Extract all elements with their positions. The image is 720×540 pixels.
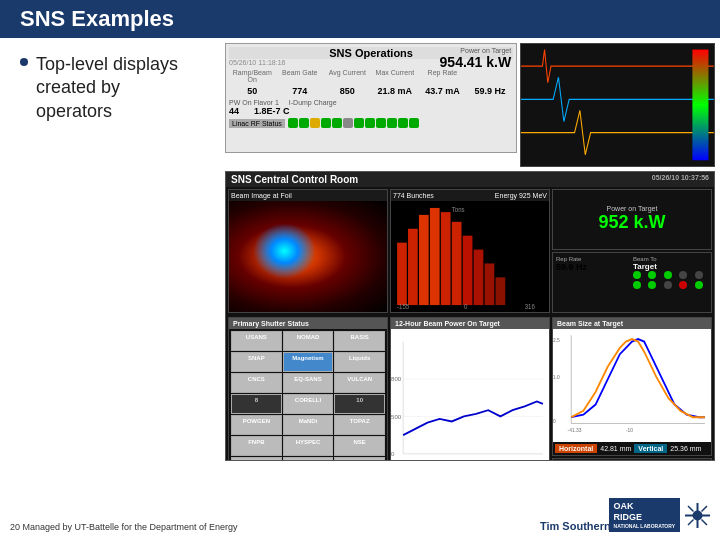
ccr-header: SNS Central Control Room 05/26/10 10:37:… <box>226 172 714 187</box>
or-line2: RIDGE <box>614 512 675 523</box>
rf-indicator <box>288 118 298 128</box>
vertical-measurement: Vertical 25.36 mm <box>633 443 701 454</box>
svg-rect-5 <box>419 215 429 305</box>
target-dot <box>648 271 656 279</box>
svg-line-42 <box>688 506 694 512</box>
rf-indicator <box>332 118 342 128</box>
power-value: 954.41 k.W <box>440 54 512 70</box>
beam-image-target-label: Beam Image at Target <box>553 459 711 461</box>
pot-value: 952 k.W <box>598 212 665 233</box>
page-header: SNS Examples <box>0 0 720 38</box>
shutter-grid: USANS NOMAD BASIS SNAP Magnetism Liquids… <box>229 329 387 461</box>
target-dot <box>695 271 703 279</box>
beam-image-target-panel: Beam Image at Target <box>552 458 712 461</box>
bunches-label: 774 Bunches <box>393 192 434 199</box>
rf-indicator <box>310 118 320 128</box>
shutter-item: POWGEN <box>231 415 282 435</box>
svg-rect-11 <box>485 263 495 305</box>
beam-size-chart: 2.5 1.0 0 -41.33 -10 10 <box>553 329 711 442</box>
rf-indicator <box>343 118 353 128</box>
svg-text:-41.33: -41.33 <box>568 428 582 433</box>
val-3: 850 <box>324 85 371 97</box>
ccr-title: SNS Central Control Room <box>231 174 358 185</box>
beam-foil-inner <box>253 223 316 279</box>
svg-text:800: 800 <box>391 375 402 382</box>
shutter-item: Liquids <box>334 352 385 372</box>
oak-ridge-icon <box>685 503 710 528</box>
shutter-item: MaNDi <box>283 415 334 435</box>
histogram-header: 774 Bunches Energy 925 MeV <box>391 190 549 201</box>
svg-rect-3 <box>397 242 407 304</box>
svg-rect-28 <box>553 329 711 442</box>
svg-rect-7 <box>441 212 451 305</box>
col-header-5: Rep Rate <box>419 68 466 84</box>
target-dot <box>664 271 672 279</box>
pw-label: PW On Flavor 1 <box>229 99 279 106</box>
svg-text:2.5: 2.5 <box>553 337 560 342</box>
svg-text:-10
                10: -10 10 <box>626 428 633 433</box>
rf-indicator <box>387 118 397 128</box>
beam-foil-image <box>229 201 387 312</box>
target-dot <box>633 281 641 289</box>
sns-ccr-box: SNS Central Control Room 05/26/10 10:37:… <box>225 171 715 461</box>
shutter-item: BASIS <box>334 331 385 351</box>
beam-power-panel: 12-Hour Beam Power On Target <box>390 317 550 461</box>
histogram-panel: 774 Bunches Energy 925 MeV <box>390 189 550 313</box>
val-4: 21.8 mA <box>372 85 419 97</box>
svg-rect-9 <box>463 236 473 305</box>
col-header-3: Avg Current <box>324 68 371 84</box>
idump-label: I-Dump Charge <box>289 99 337 106</box>
shutter-item: CORELLI <box>283 394 334 414</box>
horizontal-measurement: Horizontal 42.81 mm <box>554 443 631 454</box>
idump-value: 1.8E-7 C <box>254 106 290 116</box>
shutter-item: FNPB <box>231 436 282 456</box>
horizontal-value: 42.81 mm <box>600 445 631 452</box>
power-on-target-panel: Power on Target 952 k.W <box>552 189 712 250</box>
target-dot <box>648 281 656 289</box>
svg-rect-10 <box>474 249 484 305</box>
shutter-item: 8 <box>231 394 282 414</box>
beam-size-panel: Beam Size at Target <box>552 317 712 456</box>
power-display: Power on Target 954.41 k.W <box>440 47 512 70</box>
power-rep-panel: Power on Target 952 k.W Rep Rate 59.9 Hz… <box>552 189 712 313</box>
svg-rect-0 <box>521 44 714 166</box>
beam-image-foil-label: Beam Image at Foil <box>229 190 387 201</box>
col-header-4: Max Current <box>372 68 419 84</box>
shutter-item: HYSPEC <box>283 436 334 456</box>
page-title: SNS Examples <box>20 6 174 32</box>
or-line1: OAK <box>614 501 675 512</box>
sns-top-section: SNS Operations 05/26/10 11:18:16 Ramp/Be… <box>225 43 715 167</box>
svg-text:1.0: 1.0 <box>553 375 560 380</box>
beam-size-label: Beam Size at Target <box>553 318 711 329</box>
shutter-item: EQ-SANS <box>283 373 334 393</box>
rf-indicator <box>354 118 364 128</box>
shutter-item: VISION <box>231 457 282 461</box>
svg-line-44 <box>702 506 708 512</box>
rf-indicator <box>321 118 331 128</box>
svg-rect-6 <box>430 208 440 305</box>
svg-text:316: 316 <box>525 303 535 310</box>
right-waveform-panel <box>520 43 715 167</box>
shutter-item: SEQUOIA <box>283 457 334 461</box>
sns-operations-box: SNS Operations 05/26/10 11:18:16 Ramp/Be… <box>225 43 517 153</box>
left-panel: Top-level displays created by operators <box>0 38 220 536</box>
main-content: Top-level displays created by operators … <box>0 38 720 536</box>
val-1: 50 <box>229 85 276 97</box>
ccr-datetime: 05/26/10 10:37:56 <box>652 174 709 185</box>
rf-indicator <box>365 118 375 128</box>
pw-value: 44 <box>229 106 239 116</box>
shutter-label: Primary Shutter Status <box>229 318 387 329</box>
svg-rect-1 <box>693 50 709 161</box>
shutter-item: ARCS <box>334 457 385 461</box>
svg-text:0: 0 <box>464 303 468 310</box>
svg-rect-17 <box>391 329 549 461</box>
col-header-2: Beam Gate <box>277 68 324 84</box>
oak-ridge-logo: OAK RIDGE NATIONAL LABORATORY <box>609 498 710 532</box>
target-dot <box>679 271 687 279</box>
right-panel: SNS Operations 05/26/10 11:18:16 Ramp/Be… <box>220 38 720 536</box>
svg-text:0: 0 <box>391 450 395 457</box>
shutter-item: NSE <box>334 436 385 456</box>
pot-label: Power on Target <box>607 205 658 212</box>
target-dot <box>679 281 687 289</box>
shutter-item: VULCAN <box>334 373 385 393</box>
